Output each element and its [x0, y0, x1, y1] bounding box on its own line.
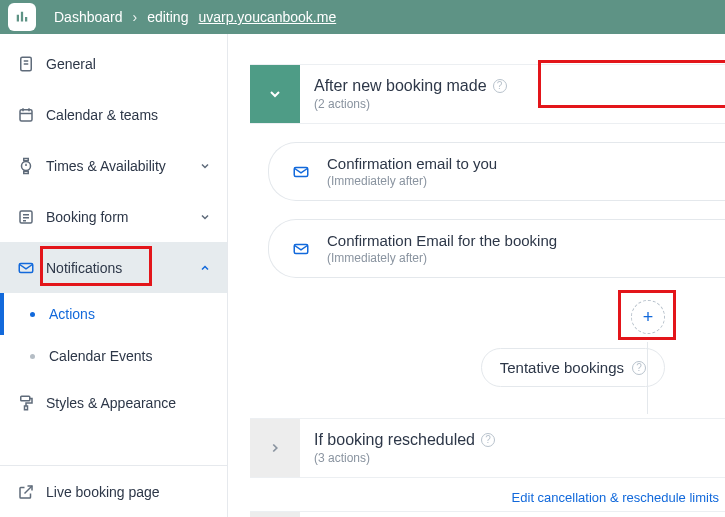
section-if-cancelled[interactable]: If booking cancelled ?	[250, 511, 725, 517]
card-title: Confirmation email to you	[327, 155, 497, 172]
chevron-down-icon	[197, 209, 213, 225]
bullet-icon	[30, 354, 35, 359]
sidebar-subitem-actions[interactable]: Actions	[0, 293, 227, 335]
chevron-down-icon	[197, 158, 213, 174]
section-after-new-booking[interactable]: After new booking made ? (2 actions)	[250, 64, 725, 124]
mail-icon	[14, 259, 38, 277]
svg-rect-1	[21, 12, 23, 22]
svg-rect-11	[24, 158, 29, 160]
chevron-right-icon	[268, 441, 282, 455]
card-subtitle: (Immediately after)	[327, 251, 557, 265]
expand-toggle[interactable]	[250, 512, 300, 517]
sidebar-item-general[interactable]: General	[0, 38, 227, 89]
chevron-up-icon	[197, 260, 213, 276]
svg-rect-0	[17, 15, 19, 22]
section-subtitle: (3 actions)	[314, 451, 711, 465]
help-icon[interactable]: ?	[632, 361, 646, 375]
chip-label: Tentative bookings	[500, 359, 624, 376]
crumb-editing: editing	[147, 9, 188, 25]
section-if-rescheduled[interactable]: If booking rescheduled ? (3 actions)	[250, 418, 725, 478]
mail-icon	[285, 163, 317, 181]
tentative-bookings-chip[interactable]: Tentative bookings ?	[481, 348, 665, 387]
app-logo[interactable]	[8, 3, 36, 31]
svg-rect-2	[25, 17, 27, 22]
action-card-confirmation-email-you[interactable]: Confirmation email to you (Immediately a…	[268, 142, 725, 201]
chevron-right-icon: ›	[133, 9, 138, 25]
sidebar-item-label: General	[46, 56, 213, 72]
section-subtitle: (2 actions)	[314, 97, 711, 111]
svg-rect-12	[24, 171, 29, 173]
card-subtitle: (Immediately after)	[327, 174, 497, 188]
card-title: Confirmation Email for the booking	[327, 232, 557, 249]
breadcrumb: Dashboard › editing uvarp.youcanbook.me	[54, 9, 336, 25]
sidebar-subitem-label: Calendar Events	[49, 348, 153, 364]
svg-rect-6	[20, 109, 32, 120]
chevron-down-icon	[267, 86, 283, 102]
sidebar-item-notifications[interactable]: Notifications	[0, 242, 227, 293]
section-title: If booking rescheduled	[314, 431, 475, 449]
watch-icon	[14, 157, 38, 175]
help-icon[interactable]: ?	[481, 433, 495, 447]
sidebar-item-label: Live booking page	[46, 484, 213, 500]
sidebar-item-label: Styles & Appearance	[46, 395, 213, 411]
mail-icon	[285, 240, 317, 258]
sidebar-item-label: Booking form	[46, 209, 197, 225]
crumb-dashboard[interactable]: Dashboard	[54, 9, 123, 25]
crumb-domain-link[interactable]: uvarp.youcanbook.me	[198, 9, 336, 25]
document-icon	[14, 55, 38, 73]
sidebar-item-styles-appearance[interactable]: Styles & Appearance	[0, 377, 227, 428]
main-content: After new booking made ? (2 actions) Con…	[228, 34, 725, 517]
calendar-icon	[14, 106, 38, 124]
sidebar: General Calendar & teams Times & Availab…	[0, 34, 228, 517]
bullet-icon	[30, 312, 35, 317]
add-action-button[interactable]: +	[631, 300, 665, 334]
sidebar-item-label: Times & Availability	[46, 158, 197, 174]
expand-toggle[interactable]	[250, 419, 300, 477]
form-icon	[14, 208, 38, 226]
sidebar-item-label: Notifications	[46, 260, 197, 276]
sidebar-item-live-booking[interactable]: Live booking page	[0, 466, 227, 517]
edit-cancellation-link[interactable]: Edit cancellation & reschedule limits	[228, 490, 725, 505]
sidebar-item-times-availability[interactable]: Times & Availability	[0, 140, 227, 191]
help-icon[interactable]: ?	[493, 79, 507, 93]
svg-rect-19	[21, 396, 30, 401]
sidebar-item-calendar-teams[interactable]: Calendar & teams	[0, 89, 227, 140]
sidebar-item-label: Calendar & teams	[46, 107, 213, 123]
external-link-icon	[14, 483, 38, 501]
collapse-toggle[interactable]	[250, 65, 300, 123]
sidebar-subitem-label: Actions	[49, 306, 95, 322]
sidebar-subitem-calendar-events[interactable]: Calendar Events	[0, 335, 227, 377]
svg-rect-20	[25, 406, 28, 410]
sidebar-item-booking-form[interactable]: Booking form	[0, 191, 227, 242]
action-card-confirmation-email-booking[interactable]: Confirmation Email for the booking (Imme…	[268, 219, 725, 278]
plus-icon: +	[643, 308, 654, 326]
paint-roller-icon	[14, 394, 38, 412]
section-title: After new booking made	[314, 77, 487, 95]
